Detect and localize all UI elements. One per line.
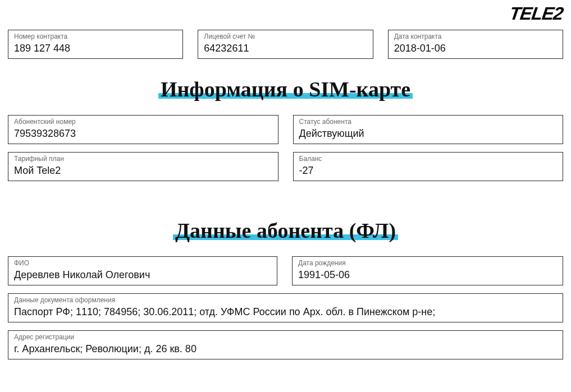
subscriber-number-value: 79539328673 — [14, 127, 272, 140]
contract-summary-row: Номер контракта 189 127 448 Лицевой счет… — [8, 30, 563, 59]
sim-row-1: Абонентский номер 79539328673 Статус або… — [8, 115, 563, 144]
document-field: Данные документа оформления Паспорт РФ; … — [8, 293, 563, 322]
sim-row-2: Тарифный план Мой Tele2 Баланс -27 — [8, 152, 563, 181]
tariff-plan-value: Мой Tele2 — [14, 164, 272, 177]
address-value: г. Архангельск; Революции; д. 26 кв. 80 — [14, 343, 557, 356]
subscriber-status-field: Статус абонента Действующий — [293, 115, 564, 144]
document-value: Паспорт РФ; 1110; 784956; 30.06.2011; от… — [14, 306, 557, 319]
account-number-value: 64232611 — [204, 42, 367, 55]
tele2-logo: TELE2 — [509, 3, 565, 24]
account-number-label: Лицевой счет № — [204, 33, 367, 41]
fio-label: ФИО — [14, 259, 271, 268]
address-label: Адрес регистрации — [14, 333, 557, 342]
contract-number-field: Номер контракта 189 127 448 — [8, 30, 183, 59]
account-number-field: Лицевой счет № 64232611 — [198, 30, 373, 59]
subscriber-number-label: Абонентский номер — [14, 118, 272, 127]
subscriber-row-1: ФИО Деревлев Николай Олегович Дата рожде… — [8, 256, 563, 285]
dob-field: Дата рождения 1991-05-06 — [292, 256, 563, 285]
tariff-plan-label: Тарифный план — [14, 155, 272, 164]
contract-number-label: Номер контракта — [14, 33, 177, 41]
contract-date-field: Дата контракта 2018-01-06 — [388, 30, 563, 59]
document-label: Данные документа оформления — [14, 296, 557, 305]
contract-number-value: 189 127 448 — [14, 42, 177, 55]
fio-value: Деревлев Николай Олегович — [14, 269, 271, 282]
subscriber-number-field: Абонентский номер 79539328673 — [8, 115, 278, 144]
subscriber-status-label: Статус абонента — [299, 118, 558, 127]
contract-date-label: Дата контракта — [394, 33, 557, 41]
fio-field: ФИО Деревлев Николай Олегович — [8, 256, 277, 285]
balance-label: Баланс — [299, 155, 558, 164]
address-field: Адрес регистрации г. Архангельск; Револю… — [8, 330, 563, 359]
dob-label: Дата рождения — [298, 259, 557, 268]
contract-date-value: 2018-01-06 — [394, 42, 557, 55]
subscriber-status-value: Действующий — [299, 127, 558, 140]
balance-value: -27 — [299, 164, 558, 177]
dob-value: 1991-05-06 — [298, 269, 557, 282]
subscriber-section-title: Данные абонента (ФЛ) — [173, 219, 398, 242]
balance-field: Баланс -27 — [293, 152, 564, 181]
sim-section-title: Информация о SIM-карте — [158, 77, 413, 101]
tariff-plan-field: Тарифный план Мой Tele2 — [8, 152, 278, 181]
